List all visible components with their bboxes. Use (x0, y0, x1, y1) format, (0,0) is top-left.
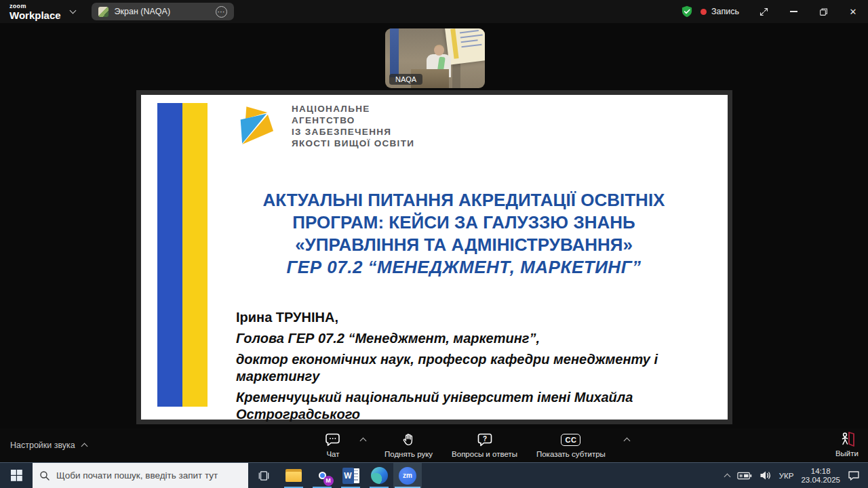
language-indicator[interactable]: УКР (779, 472, 794, 480)
slide-title: АКТУАЛЬНІ ПИТАННЯ АКРЕДИТАЦІЇ ОСВІТНІХ П… (205, 189, 722, 279)
recording-label: Запись (711, 7, 739, 16)
chrome-profile-badge: M (323, 476, 334, 486)
word-icon: W (342, 468, 359, 484)
time-label: 14:18 (801, 467, 840, 476)
screen-share-thumbnail-icon (98, 7, 108, 17)
leave-label: Выйти (835, 449, 859, 458)
audio-settings-label: Настройки звука (10, 441, 75, 450)
speaker-icon[interactable] (760, 470, 772, 481)
edge-button[interactable] (365, 463, 393, 488)
edge-icon (371, 467, 388, 484)
chat-label: Чат (326, 450, 339, 458)
raise-hand-button[interactable]: Поднять руку (384, 430, 433, 458)
audio-settings-button[interactable]: Настройки звука (10, 441, 87, 450)
maximize-button[interactable] (808, 0, 838, 23)
chevron-down-icon[interactable] (69, 7, 76, 14)
search-icon (39, 470, 50, 481)
leave-meeting-button[interactable]: Выйти (835, 430, 859, 458)
captions-options-chevron-icon[interactable] (623, 438, 630, 445)
participant-name-badge: NAQA (389, 74, 422, 85)
security-shield-icon[interactable] (680, 5, 694, 18)
ukraine-flag-bar (157, 103, 208, 407)
captions-label: Показать субтитры (536, 450, 606, 458)
date-label: 23.04.2025 (801, 476, 840, 485)
zoom-workplace-logo: zoom Workplace (9, 3, 61, 20)
agency-line: ІЗ ЗАБЕЗПЕЧЕННЯ (292, 126, 414, 138)
naqa-logo-icon (235, 97, 277, 157)
meeting-stage: NAQA НАЦІОНАЛЬНЕ АГЕНТСТВО ІЗ ЗАБЕЗПЕЧЕН… (0, 23, 868, 428)
flag-in-video (390, 28, 399, 77)
raise-hand-label: Поднять руку (384, 450, 433, 458)
zoom-app-button[interactable]: zm (393, 463, 422, 488)
chat-options-chevron-icon[interactable] (360, 438, 367, 445)
chat-button[interactable]: Чат (324, 430, 342, 458)
close-button[interactable]: ✕ (838, 0, 868, 23)
brand-label: Workplace (9, 10, 61, 20)
shared-screen-tab[interactable]: Экран (NAQA) ⋯ (92, 3, 234, 20)
chevron-up-icon (81, 443, 87, 450)
start-button[interactable] (0, 463, 33, 488)
svg-text:?: ? (482, 434, 486, 442)
chrome-button[interactable]: M (308, 463, 336, 488)
battery-icon[interactable] (737, 471, 752, 481)
title-line: «УПРАВЛІННЯ ТА АДМІНІСТРУВАННЯ» (205, 234, 722, 256)
captions-button[interactable]: CC Показать субтитры (536, 430, 606, 458)
agency-name-block: НАЦІОНАЛЬНЕ АГЕНТСТВО ІЗ ЗАБЕЗПЕЧЕННЯ ЯК… (292, 103, 414, 149)
windows-taskbar: M W zm (0, 462, 868, 488)
agency-line: ЯКОСТІ ВИЩОЇ ОСВІТИ (292, 138, 414, 149)
speaker-video-thumbnail[interactable]: NAQA (385, 28, 485, 88)
system-tray: УКР 14:18 23.04.2025 (725, 463, 868, 488)
chat-bubble-icon (324, 430, 342, 449)
close-icon: ✕ (850, 7, 857, 17)
action-center-icon[interactable] (848, 470, 860, 481)
agency-line: АГЕНТСТВО (292, 115, 414, 126)
tab-label: Экран (NAQA) (115, 7, 198, 16)
author-university: Кременчуцький національний університет і… (236, 389, 714, 423)
agency-line: НАЦІОНАЛЬНЕ (292, 103, 414, 115)
file-explorer-icon (285, 469, 302, 482)
qa-button[interactable]: ? Вопросы и ответы (452, 430, 517, 458)
chrome-icon: M (314, 467, 331, 484)
title-line: ПРОГРАМ: КЕЙСИ ЗА ГАЛУЗЗЮ ЗНАНЬ (205, 211, 722, 234)
author-name: Ірина ТРУНІНА, (236, 309, 714, 326)
author-role: Голова ГЕР 07.2 “Менеджмент, маркетинг”, (236, 330, 714, 347)
title-subtitle: ГЕР 07.2 “МЕНЕДЖМЕНТ, МАРКЕТИНГ” (205, 256, 722, 279)
author-info: Ірина ТРУНІНА, Голова ГЕР 07.2 “Менеджме… (236, 309, 714, 427)
windows-logo-icon (11, 470, 22, 481)
minimize-button[interactable] (778, 0, 808, 23)
taskbar-search[interactable] (33, 463, 248, 488)
taskbar-clock[interactable]: 14:18 23.04.2025 (801, 467, 840, 485)
brand-small-label: zoom (9, 3, 61, 9)
author-degree: доктор економічних наук, професор кафедр… (236, 351, 714, 385)
minimize-icon (790, 11, 797, 12)
zoom-title-bar: zoom Workplace Экран (NAQA) ⋯ Запись ✕ (0, 0, 868, 23)
question-bubble-icon: ? (477, 430, 493, 449)
word-button[interactable]: W (336, 463, 365, 488)
fullscreen-expand-button[interactable] (749, 0, 778, 23)
task-view-icon (258, 470, 270, 481)
presentation-slide: НАЦІОНАЛЬНЕ АГЕНТСТВО ІЗ ЗАБЕЗПЕЧЕННЯ ЯК… (136, 90, 732, 424)
search-input[interactable] (56, 470, 239, 481)
exit-door-icon (838, 430, 856, 448)
recording-indicator: Запись (701, 7, 739, 16)
meeting-toolbar: Настройки звука Чат Поднять руку (0, 428, 868, 462)
recording-dot-icon (701, 9, 707, 15)
task-view-button[interactable] (248, 463, 279, 488)
tray-expand-chevron-icon[interactable] (724, 473, 730, 480)
tab-more-options-button[interactable]: ⋯ (216, 6, 227, 18)
file-explorer-button[interactable] (279, 463, 308, 488)
zoom-app-icon: zm (399, 467, 416, 485)
raised-hand-icon (401, 430, 416, 449)
qa-label: Вопросы и ответы (452, 450, 517, 458)
closed-captions-icon: CC (561, 434, 580, 446)
title-line: АКТУАЛЬНІ ПИТАННЯ АКРЕДИТАЦІЇ ОСВІТНІХ (205, 189, 722, 211)
